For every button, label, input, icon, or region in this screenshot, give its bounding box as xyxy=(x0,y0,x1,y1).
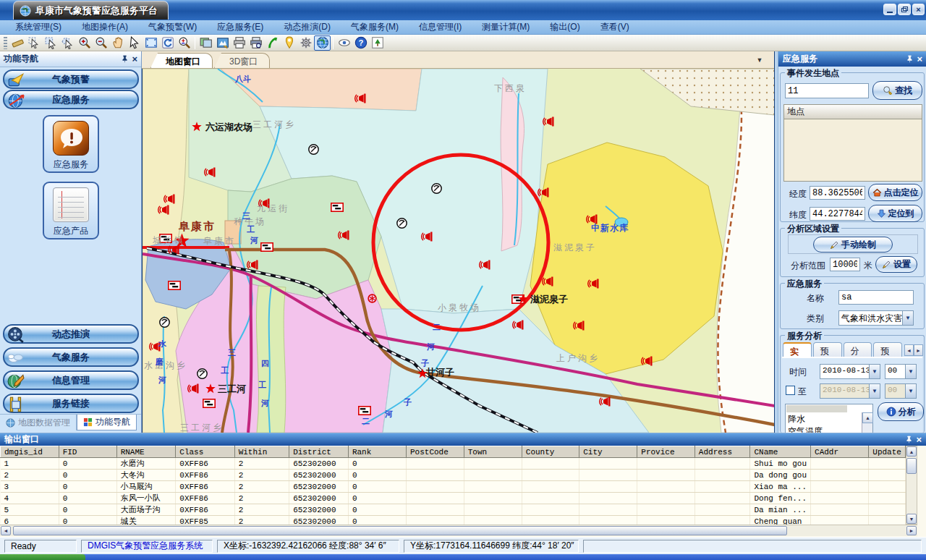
output-vertical-scrollbar[interactable]: ▲ ▼ xyxy=(906,446,917,525)
output-column-header[interactable]: District xyxy=(289,446,349,458)
combo-dropdown-icon[interactable]: ▼ xyxy=(902,311,913,325)
nav-link-info-management[interactable]: 信息管理 xyxy=(3,370,139,390)
longitude-input[interactable] xyxy=(810,186,865,200)
map-tab-dropdown-icon[interactable]: ▼ xyxy=(754,55,765,65)
map-layers-icon[interactable] xyxy=(197,35,214,51)
output-column-header[interactable]: FID xyxy=(59,446,116,458)
location-search-input[interactable] xyxy=(785,83,869,98)
close-panel-icon[interactable]: × xyxy=(916,435,922,444)
nav-link-weather-service[interactable]: 气象服务 xyxy=(3,347,139,367)
start-button-edge[interactable] xyxy=(0,554,85,560)
select-rectangle-icon[interactable] xyxy=(43,35,59,51)
nav-section-weather-warning[interactable]: 气象预警 xyxy=(3,69,139,89)
goto-location-button[interactable]: 定位到 xyxy=(868,205,922,222)
tab-3d-window[interactable]: 3D窗口 xyxy=(214,53,270,68)
nav-section-emergency-service[interactable]: 应急服务 xyxy=(3,90,139,109)
service-type-combo[interactable]: 气象和洪水灾害 ▼ xyxy=(838,310,914,326)
minimize-button[interactable] xyxy=(883,4,896,15)
close-panel-icon[interactable]: × xyxy=(917,54,922,64)
element-listbox[interactable]: 降水 空气温度 ▲ xyxy=(785,404,873,435)
restore-button[interactable] xyxy=(898,4,911,15)
menu-item-emergency-service[interactable]: 应急服务(E) xyxy=(208,20,273,35)
output-row[interactable]: 40东风一小队0XFF8626523020000Dong fen... xyxy=(1,493,906,504)
nav-link-dynamic-simulation[interactable]: 动态推演 xyxy=(3,324,139,344)
horizontal-scroll-thumb[interactable] xyxy=(13,526,787,535)
map-mine-icon[interactable] xyxy=(160,318,169,327)
print-icon[interactable] xyxy=(231,35,247,51)
tab-analysis[interactable]: 分析 xyxy=(844,342,872,357)
output-row[interactable]: 50大面场子沟0XFF8626523020000Da mian ... xyxy=(1,504,906,516)
combo-dropdown-icon[interactable]: ▼ xyxy=(869,365,880,378)
manual-draw-button[interactable]: 手动绘制 xyxy=(813,237,893,253)
service-name-input[interactable] xyxy=(838,290,914,305)
output-column-header[interactable]: County xyxy=(522,446,579,458)
output-column-header[interactable]: RNAME xyxy=(116,446,176,458)
toolbar-grip[interactable] xyxy=(4,37,7,49)
scroll-up-icon[interactable]: ▲ xyxy=(862,412,873,423)
output-row[interactable]: 10水磨沟0XFF8626523020000Shui mo gou xyxy=(1,458,906,470)
tab-map-data-management[interactable]: 地图数据管理 xyxy=(0,415,77,430)
menu-item-weather-service[interactable]: 气象服务(M) xyxy=(341,20,408,35)
output-row[interactable]: 30小马厩沟0XFF8626523020000Xiao ma ... xyxy=(1,481,906,493)
place-list-header[interactable]: 地点 xyxy=(783,104,922,119)
scroll-left-icon[interactable]: ◄ xyxy=(1,526,11,535)
menu-item-map-operation[interactable]: 地图操作(A) xyxy=(72,20,137,35)
combo-dropdown-icon[interactable]: ▼ xyxy=(869,384,880,398)
pin-icon[interactable] xyxy=(906,55,914,63)
combo-dropdown-icon[interactable]: ▼ xyxy=(905,384,916,398)
output-column-header[interactable]: Update xyxy=(869,446,906,458)
print-preview-icon[interactable] xyxy=(247,35,264,51)
emergency-product-tool-button[interactable]: 应急产品 xyxy=(43,182,99,239)
select-arrow-icon[interactable] xyxy=(26,35,43,51)
output-column-header[interactable]: Within xyxy=(234,446,289,458)
map-flag-icon[interactable] xyxy=(203,399,215,407)
overview-image-icon[interactable] xyxy=(369,35,386,51)
output-column-header[interactable]: City xyxy=(579,446,637,458)
output-horizontal-scrollbar[interactable]: ◄ ► xyxy=(0,525,917,536)
pan-hand-icon[interactable] xyxy=(109,35,126,51)
hour-combo[interactable]: 00 ▼ xyxy=(885,364,917,379)
map-flag-icon[interactable] xyxy=(359,407,370,415)
range-input[interactable] xyxy=(830,258,860,271)
zoom-out-icon[interactable] xyxy=(93,35,109,51)
place-list[interactable]: 地点 xyxy=(783,104,922,182)
tab-plan[interactable]: 预案 xyxy=(873,342,902,357)
tab-function-navigation[interactable]: 功能导航 xyxy=(77,415,137,430)
scroll-right-icon[interactable]: ► xyxy=(906,526,917,535)
menu-item-weather-warning[interactable]: 气象预警(W) xyxy=(139,20,206,35)
map-mine-icon[interactable] xyxy=(197,369,207,378)
output-column-header[interactable]: PostCode xyxy=(407,446,464,458)
latitude-input[interactable] xyxy=(810,207,865,221)
to-checkbox[interactable] xyxy=(786,386,795,395)
map-mine-icon[interactable] xyxy=(309,145,318,154)
date-combo[interactable]: 2010-08-13 ▼ xyxy=(820,364,880,379)
output-column-header[interactable]: CAddr xyxy=(811,446,869,458)
output-column-header[interactable]: CName xyxy=(750,446,811,458)
menu-item-system[interactable]: 系统管理(S) xyxy=(6,20,71,35)
tab-live[interactable]: 实况 xyxy=(783,342,812,357)
select-polygon-icon[interactable] xyxy=(59,35,76,51)
settings-gear-icon[interactable] xyxy=(297,35,314,51)
export-map-icon[interactable] xyxy=(214,35,231,51)
list-item[interactable]: 降水 xyxy=(786,413,872,425)
map-mine-icon[interactable] xyxy=(432,184,441,193)
zoom-in-icon[interactable] xyxy=(76,35,93,51)
output-column-header[interactable]: Provice xyxy=(637,446,695,458)
redline-arrow-icon[interactable] xyxy=(264,35,281,51)
menu-item-info-management[interactable]: 信息管理(I) xyxy=(409,20,471,35)
scroll-up-icon[interactable]: ▲ xyxy=(906,446,917,457)
click-locate-button[interactable]: 点击定位 xyxy=(868,184,922,201)
menu-item-measure[interactable]: 测量计算(M) xyxy=(472,20,539,35)
map-canvas[interactable]: 六运湖农场三工河乡下西泉九运街阜康市城关镇阜康市种牛场滋泥泉子中新水库滋泥泉子小… xyxy=(142,69,774,433)
output-column-header[interactable]: dmgis_id xyxy=(1,446,59,458)
tab-scroll-right-icon[interactable]: ► xyxy=(914,344,923,356)
help-icon[interactable]: ? xyxy=(352,35,369,51)
nav-link-service-links[interactable]: 服务链接 xyxy=(3,394,139,413)
map-flag-icon[interactable] xyxy=(169,281,180,289)
close-button[interactable]: × xyxy=(912,4,925,15)
pin-icon[interactable] xyxy=(905,436,913,444)
output-column-header[interactable]: Address xyxy=(694,446,750,458)
output-column-header[interactable]: Rank xyxy=(348,446,406,458)
pin-icon[interactable] xyxy=(121,55,129,63)
output-row[interactable]: 60城关0XFF8526523020000Cheng guan xyxy=(1,516,906,525)
